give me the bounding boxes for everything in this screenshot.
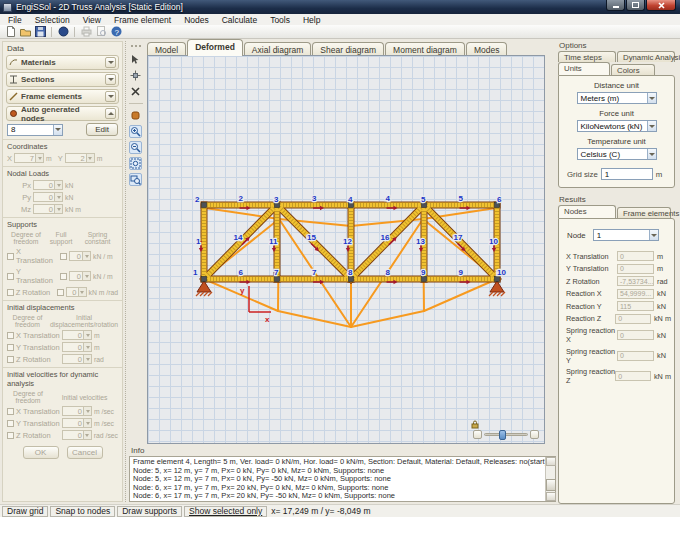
- toggle-show-selected-only[interactable]: Show selected only: [184, 506, 267, 517]
- grid-size-input[interactable]: 1: [601, 168, 653, 180]
- zoom-in-icon[interactable]: [129, 125, 142, 138]
- chevron-down-icon[interactable]: [105, 74, 116, 85]
- toggle-draw-supports[interactable]: Draw supports: [117, 506, 182, 517]
- force-unit-select[interactable]: KiloNewtons (kN): [577, 120, 657, 132]
- zoom-extents-icon[interactable]: [129, 157, 142, 170]
- tab-shear-diagram[interactable]: Shear diagram: [312, 42, 384, 56]
- print-icon[interactable]: [80, 26, 92, 38]
- mz-field: 0: [33, 204, 63, 214]
- app-icon: [3, 3, 12, 12]
- pan-icon[interactable]: [129, 109, 142, 122]
- menu-tools[interactable]: Tools: [270, 15, 290, 25]
- new-file-icon[interactable]: [4, 26, 16, 38]
- svg-text:?: ?: [114, 28, 119, 37]
- title-bar[interactable]: EngiSSol - 2D Truss Analysis [Static Edi…: [0, 0, 680, 14]
- zoom-window-icon[interactable]: [129, 173, 142, 186]
- zoom-slider[interactable]: [484, 433, 528, 436]
- zoom-out-icon[interactable]: [129, 141, 142, 154]
- tab-results-frame-elements[interactable]: Frame elements: [617, 207, 671, 218]
- scroll-up-icon[interactable]: [546, 457, 556, 466]
- zoom-out-button[interactable]: [473, 430, 482, 439]
- zoom-in-button[interactable]: [530, 430, 539, 439]
- edit-node-button[interactable]: Edit: [86, 123, 118, 136]
- menu-bar: File Selection View Frame element Nodes …: [0, 14, 680, 25]
- distance-unit-select[interactable]: Meters (m): [577, 92, 657, 104]
- svg-text:8: 8: [348, 268, 353, 277]
- result-node-select[interactable]: 1: [593, 229, 659, 241]
- menu-calculate[interactable]: Calculate: [222, 15, 257, 25]
- right-panel: Options Time steps Dynamic Analysis Unit…: [556, 39, 678, 503]
- move-node-icon[interactable]: [129, 69, 142, 82]
- toggle-snap-to-nodes[interactable]: Snap to nodes: [50, 506, 115, 517]
- svg-text:5: 5: [459, 194, 464, 203]
- initial-velocities-group: Initial velocities for dynamic analysis …: [3, 367, 122, 440]
- menu-file[interactable]: File: [8, 15, 22, 25]
- chevron-down-icon: [53, 125, 62, 135]
- info-log[interactable]: Frame element 4, Length= 5 m, Ver. load=…: [129, 456, 556, 502]
- y-translation-checkbox: [7, 273, 14, 280]
- tab-modes[interactable]: Modes: [466, 42, 508, 56]
- tab-moment-diagram[interactable]: Moment diagram: [385, 42, 465, 56]
- print-preview-icon[interactable]: [95, 26, 107, 38]
- delete-element-icon[interactable]: [129, 85, 142, 98]
- result-value: 115: [617, 301, 654, 311]
- save-file-icon[interactable]: [34, 26, 46, 38]
- result-row: Z Rotation-7,53734...rad: [566, 276, 671, 286]
- main-toolbar: ?: [0, 25, 680, 39]
- section-auto-generated-nodes[interactable]: Auto generated nodes: [6, 106, 119, 121]
- nodal-loads-group: Nodal Loads Px 0 kN Py 0 kN Mz 0 kN m: [3, 166, 122, 214]
- menu-frame-element[interactable]: Frame element: [114, 15, 171, 25]
- section-materials[interactable]: Materials: [6, 55, 119, 70]
- toolstrip-grip[interactable]: [131, 45, 141, 47]
- menu-nodes[interactable]: Nodes: [184, 15, 209, 25]
- y-translation-checkbox: [7, 420, 14, 427]
- svg-text:7: 7: [274, 268, 279, 277]
- node-select[interactable]: 8: [7, 124, 63, 136]
- svg-text:13: 13: [416, 237, 425, 246]
- select-cursor-icon[interactable]: [129, 53, 142, 66]
- tab-results-nodes[interactable]: Nodes: [558, 205, 616, 218]
- menu-selection[interactable]: Selection: [35, 15, 70, 25]
- model-canvas[interactable]: 123456789101112131415161712345678910yx: [147, 55, 545, 444]
- initial-displacements-group: Initial displacements Degree of freedom …: [3, 300, 122, 364]
- section-frame-elements[interactable]: Frame elements: [6, 89, 119, 104]
- result-row: X Translation0m: [566, 251, 671, 261]
- svg-text:12: 12: [343, 237, 352, 246]
- svg-text:y: y: [240, 286, 245, 295]
- tab-time-steps[interactable]: Time steps: [558, 51, 616, 62]
- scrollbar-thumb[interactable]: [546, 479, 556, 491]
- tab-deformed[interactable]: Deformed: [187, 39, 243, 56]
- chevron-up-icon[interactable]: [105, 108, 116, 119]
- info-scrollbar[interactable]: [545, 457, 555, 501]
- chevron-down-icon[interactable]: [105, 91, 116, 102]
- node-dot-icon: [9, 109, 18, 118]
- open-file-icon[interactable]: [19, 26, 31, 38]
- menu-view[interactable]: View: [83, 15, 101, 25]
- menu-help[interactable]: Help: [303, 15, 320, 25]
- application-window: EngiSSol - 2D Truss Analysis [Static Edi…: [0, 0, 680, 517]
- tab-model[interactable]: Model: [147, 42, 186, 56]
- tab-colors[interactable]: Colors: [611, 64, 655, 75]
- result-row: Reaction Y115kN: [566, 301, 671, 311]
- cancel-button: Cancel: [67, 446, 103, 459]
- z-rotation-checkbox: [7, 289, 14, 296]
- help-icon[interactable]: ?: [110, 26, 122, 38]
- frame-element-tool-icon[interactable]: [57, 26, 69, 38]
- svg-text:7: 7: [312, 268, 317, 277]
- tab-dynamic-analysis[interactable]: Dynamic Analysis: [617, 51, 675, 62]
- tab-axial-diagram[interactable]: Axial diagram: [244, 42, 312, 56]
- chevron-down-icon[interactable]: [105, 57, 116, 68]
- tab-units[interactable]: Units: [558, 62, 610, 75]
- scroll-down-icon[interactable]: [546, 492, 556, 501]
- minimize-button[interactable]: [606, 0, 625, 11]
- drawing-tool-strip: [125, 41, 145, 502]
- maximize-button[interactable]: [626, 0, 645, 11]
- section-sections[interactable]: Sections: [6, 72, 119, 87]
- close-button[interactable]: [646, 0, 676, 11]
- temperature-unit-select[interactable]: Celsius (C): [577, 148, 657, 160]
- svg-text:10: 10: [489, 237, 498, 246]
- data-panel: Data Materials Sections Frame elements A…: [2, 41, 123, 502]
- data-panel-title: Data: [7, 44, 122, 53]
- toggle-draw-grid[interactable]: Draw grid: [2, 506, 48, 517]
- zoom-slider-thumb[interactable]: [499, 430, 506, 440]
